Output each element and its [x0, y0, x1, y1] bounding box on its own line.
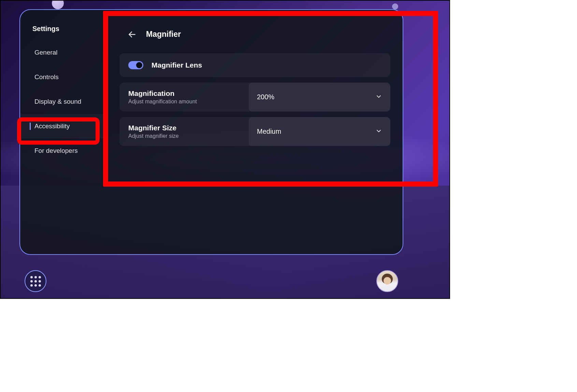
magnifier-size-dropdown[interactable]: Medium [249, 117, 390, 146]
magnification-desc: Adjust magnification amount [128, 99, 249, 105]
app-drawer-button[interactable] [25, 270, 46, 292]
magnifier-size-row: Magnifier Size Adjust magnifier size Med… [119, 117, 390, 146]
sidebar-title: Settings [20, 17, 107, 40]
magnifier-lens-toggle[interactable] [128, 61, 143, 69]
sidebar-item-controls[interactable]: Controls [20, 65, 107, 89]
magnification-text: Magnification Adjust magnification amoun… [128, 89, 249, 105]
grid-icon [30, 276, 41, 287]
sidebar: Settings General Controls Display & soun… [20, 10, 107, 254]
magnification-dropdown[interactable]: 200% [249, 83, 390, 112]
back-arrow-icon[interactable] [128, 30, 136, 39]
planet-decoration [392, 3, 398, 10]
magnification-row: Magnification Adjust magnification amoun… [119, 83, 390, 112]
toggle-knob [136, 62, 142, 68]
magnifier-lens-label: Magnifier Lens [152, 61, 202, 69]
magnification-value: 200% [257, 93, 274, 101]
magnifier-size-name: Magnifier Size [128, 124, 249, 132]
sidebar-item-general[interactable]: General [20, 40, 107, 65]
page-title: Magnifier [146, 30, 181, 39]
content-header: Magnifier [119, 30, 390, 39]
sidebar-item-display-sound[interactable]: Display & sound [20, 89, 107, 114]
magnifier-lens-row: Magnifier Lens [119, 53, 390, 77]
chevron-down-icon [375, 128, 382, 136]
magnification-name: Magnification [128, 89, 249, 98]
magnifier-size-value: Medium [257, 128, 281, 135]
vr-environment: Settings General Controls Display & soun… [0, 0, 450, 299]
chevron-down-icon [375, 93, 382, 101]
sidebar-item-accessibility[interactable]: Accessibility [20, 114, 107, 139]
profile-avatar-button[interactable] [376, 270, 398, 292]
magnifier-size-text: Magnifier Size Adjust magnifier size [128, 124, 249, 139]
sidebar-item-for-developers[interactable]: For developers [20, 139, 107, 163]
avatar-icon [377, 271, 398, 291]
content-area: Magnifier Magnifier Lens Magnification A… [107, 10, 403, 254]
settings-panel: Settings General Controls Display & soun… [19, 9, 403, 255]
magnifier-size-desc: Adjust magnifier size [128, 133, 249, 139]
moon-decoration [52, 0, 64, 9]
